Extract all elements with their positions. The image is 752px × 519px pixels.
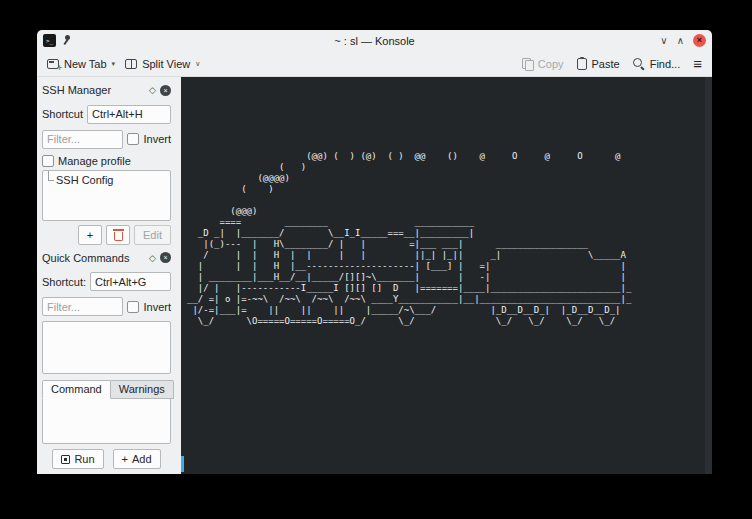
qc-run-label: Run bbox=[74, 453, 94, 465]
quick-commands-panel-header[interactable]: Quick Commands ◇ × bbox=[42, 249, 171, 266]
manage-profile-label: Manage profile bbox=[58, 155, 131, 167]
paste-label: Paste bbox=[592, 58, 620, 70]
ssh-add-button[interactable]: + bbox=[78, 225, 102, 245]
new-tab-label: New Tab bbox=[64, 58, 107, 70]
tab-command[interactable]: Command bbox=[42, 380, 111, 399]
ssh-shortcut-field[interactable] bbox=[87, 105, 171, 124]
split-view-caret-icon: ∨ bbox=[195, 60, 200, 68]
float-panel-icon[interactable]: ◇ bbox=[149, 85, 156, 95]
ssh-actions-row: + Edit bbox=[42, 225, 171, 245]
plus-icon: + bbox=[122, 453, 128, 465]
qc-run-button[interactable]: Run bbox=[52, 449, 103, 469]
trash-icon bbox=[114, 232, 123, 241]
terminal-output-sl-train: (@@) ( ) (@) ( ) @@ () @ O @ O @ ( ) (@@… bbox=[187, 151, 631, 327]
qc-filter-input[interactable] bbox=[42, 297, 123, 316]
ssh-manager-panel-header[interactable]: SSH Manager ◇ × bbox=[42, 82, 171, 99]
sidebar: SSH Manager ◇ × Shortcut Invert Manage p… bbox=[37, 77, 181, 474]
copy-button[interactable]: Copy bbox=[522, 58, 564, 70]
window-controls: ∨ ∧ × bbox=[660, 34, 706, 47]
tree-item-ssh-config[interactable]: SSH Config bbox=[43, 171, 170, 186]
ssh-manager-title: SSH Manager bbox=[42, 84, 145, 96]
pin-icon[interactable] bbox=[61, 34, 72, 47]
qc-invert-checkbox[interactable] bbox=[127, 301, 139, 313]
qc-shortcut-label: Shortcut: bbox=[42, 276, 86, 288]
terminal-scrollbar[interactable] bbox=[705, 77, 712, 474]
manage-profile-row: Manage profile bbox=[42, 155, 171, 167]
qc-shortcut-field[interactable] bbox=[90, 272, 171, 291]
copy-label: Copy bbox=[538, 58, 564, 70]
qc-actions-row: Run + Add bbox=[42, 449, 171, 469]
ssh-invert-checkbox[interactable] bbox=[127, 133, 139, 145]
ssh-shortcut-row: Shortcut bbox=[42, 105, 171, 124]
split-view-icon bbox=[125, 59, 137, 69]
toolbar-right-group: Copy Paste Find... ≡ bbox=[522, 56, 702, 71]
ssh-invert-label: Invert bbox=[143, 133, 171, 145]
terminal-view[interactable]: (@@) ( ) (@) ( ) @@ () @ O @ O @ ( ) (@@… bbox=[181, 77, 712, 474]
close-button[interactable]: × bbox=[693, 34, 706, 47]
ssh-panel-close-button[interactable]: × bbox=[160, 85, 171, 96]
tab-warnings[interactable]: Warnings bbox=[111, 380, 174, 399]
konsole-app-icon: >_ bbox=[43, 34, 56, 47]
split-view-button[interactable]: Split View ∨ bbox=[125, 58, 200, 70]
qc-shortcut-row: Shortcut: bbox=[42, 272, 171, 291]
konsole-window: >_ ~ : sl — Konsole ∨ ∧ × New Tab ▾ Spli… bbox=[37, 30, 712, 474]
main-toolbar: New Tab ▾ Split View ∨ Copy Paste Find..… bbox=[37, 51, 712, 77]
qc-tab-bar: Command Warnings bbox=[42, 380, 171, 399]
qc-add-button[interactable]: + Add bbox=[113, 449, 161, 469]
titlebar[interactable]: >_ ~ : sl — Konsole ∨ ∧ × bbox=[37, 30, 712, 51]
quick-commands-title: Quick Commands bbox=[42, 252, 145, 264]
ssh-config-tree[interactable]: SSH Config bbox=[42, 170, 171, 221]
qc-add-label: Add bbox=[132, 453, 152, 465]
ssh-shortcut-label: Shortcut bbox=[42, 108, 83, 120]
split-view-label: Split View bbox=[142, 58, 190, 70]
float-panel-icon[interactable]: ◇ bbox=[149, 253, 156, 263]
splitter-focus-indicator bbox=[181, 456, 184, 472]
new-tab-button[interactable]: New Tab ▾ bbox=[47, 58, 115, 70]
quick-commands-close-button[interactable]: × bbox=[160, 252, 171, 263]
ssh-filter-row: Invert bbox=[42, 130, 171, 149]
paste-button[interactable]: Paste bbox=[577, 58, 620, 70]
qc-command-list[interactable] bbox=[42, 321, 171, 374]
find-label: Find... bbox=[650, 58, 681, 70]
hamburger-menu-button[interactable]: ≡ bbox=[693, 56, 702, 71]
ssh-filter-input[interactable] bbox=[42, 130, 123, 149]
window-content: SSH Manager ◇ × Shortcut Invert Manage p… bbox=[37, 77, 712, 474]
qc-filter-row: Invert bbox=[42, 297, 171, 316]
ssh-delete-button[interactable] bbox=[106, 225, 130, 245]
window-title: ~ : sl — Konsole bbox=[37, 35, 712, 47]
maximize-button[interactable]: ∧ bbox=[677, 34, 684, 47]
new-tab-caret-icon: ▾ bbox=[112, 60, 116, 68]
copy-icon bbox=[522, 58, 533, 70]
paste-icon bbox=[577, 58, 587, 70]
qc-command-editor[interactable] bbox=[42, 398, 171, 444]
new-tab-icon bbox=[47, 59, 59, 69]
search-icon bbox=[633, 58, 645, 70]
ssh-edit-button[interactable]: Edit bbox=[134, 225, 171, 245]
qc-invert-label: Invert bbox=[143, 301, 171, 313]
minimize-button[interactable]: ∨ bbox=[660, 34, 667, 47]
manage-profile-checkbox[interactable] bbox=[42, 155, 54, 167]
find-button[interactable]: Find... bbox=[633, 58, 681, 70]
run-icon bbox=[61, 455, 70, 464]
